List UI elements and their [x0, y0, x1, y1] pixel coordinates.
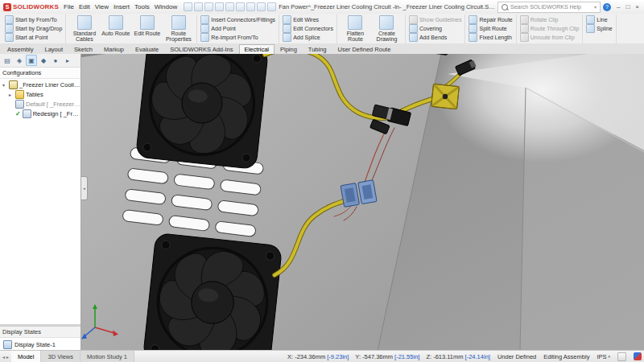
file-properties-icon[interactable]: [257, 2, 266, 11]
rebuild-icon[interactable]: [246, 2, 255, 11]
edit-wires-button[interactable]: Edit Wires: [283, 15, 333, 23]
insert-connectors-fittings-button[interactable]: Insert Connectors/Fittings: [200, 15, 275, 23]
create-drawing-icon: [379, 15, 394, 30]
edit-connectors-icon: [283, 24, 291, 33]
ribbon-group-1: Standard CablesAuto RouteEdit RouteRoute…: [66, 14, 197, 44]
quick-tips-icon[interactable]: [634, 352, 642, 360]
ribbon-tab-sketch[interactable]: Sketch: [68, 44, 98, 54]
tab-prev-icon: ◂: [2, 354, 5, 360]
options-icon[interactable]: [267, 2, 276, 11]
menu-insert[interactable]: Insert: [111, 3, 132, 10]
dimxpert-icon[interactable]: ◆: [38, 55, 49, 66]
line-button[interactable]: Line: [586, 15, 612, 23]
mounting-plate[interactable]: [431, 84, 460, 109]
graphics-viewport[interactable]: ◂: [81, 54, 644, 351]
doc-tab-motion-study-1[interactable]: Motion Study 1: [80, 351, 134, 362]
fixed-length-button[interactable]: Fixed Length: [469, 33, 512, 41]
re-import-from-to-button[interactable]: Re-import From/To: [200, 33, 275, 41]
redo-icon[interactable]: [236, 2, 245, 11]
tree-caret-icon[interactable]: ▾: [2, 82, 7, 88]
panel-collapse-handle[interactable]: ◂: [81, 176, 88, 200]
configurations-header: Configurations: [0, 68, 80, 79]
maximize-button[interactable]: □: [625, 3, 630, 10]
ribbon-tab-markup[interactable]: Markup: [98, 44, 130, 54]
edit-connectors-button[interactable]: Edit Connectors: [283, 24, 333, 32]
add-bends-button[interactable]: Add Bends: [409, 33, 462, 41]
minimize-button[interactable]: –: [617, 3, 620, 10]
tree-caret-icon[interactable]: ▸: [9, 92, 14, 97]
flatten-route-button[interactable]: Flatten Route: [341, 15, 370, 42]
cooling-fan-top[interactable]: [136, 54, 269, 169]
spline-button[interactable]: Spline: [586, 24, 612, 32]
search-box[interactable]: Search SOLIDWORKS Help ▾: [497, 2, 601, 13]
start-at-point-button[interactable]: Start at Point: [5, 33, 62, 41]
menu-window[interactable]: Window: [152, 3, 180, 10]
ribbon-tab-tubing[interactable]: Tubing: [303, 44, 332, 54]
start-by-drag-drop-button[interactable]: Start by Drag/Drop: [5, 24, 62, 32]
property-manager-icon[interactable]: ◈: [14, 55, 25, 66]
tree-item-3[interactable]: ✓Redesign [ _Freezer Liner C...: [0, 109, 80, 118]
covering-button[interactable]: Covering: [409, 24, 462, 32]
ribbon-group-7: Rotate ClipRoute Through ClipUnroute fro…: [517, 14, 584, 44]
ribbon-tab-assembly[interactable]: Assembly: [2, 44, 39, 54]
start-by-from-to-icon: [5, 15, 14, 24]
ribbon-tab-piping[interactable]: Piping: [275, 44, 303, 54]
menu-view[interactable]: View: [93, 3, 111, 10]
edit-wires-icon: [283, 15, 291, 24]
add-splice-button[interactable]: Add Splice: [283, 33, 333, 41]
tree-item-1[interactable]: ▸Tables: [0, 89, 80, 99]
spline-icon: [586, 24, 595, 33]
add-point-icon: [200, 24, 209, 33]
tree-item-0[interactable]: ▾_Freezer Liner Cooling Circuit Config..…: [0, 80, 80, 89]
edit-route-button[interactable]: Edit Route: [132, 15, 162, 36]
display-manager-icon[interactable]: ●: [50, 55, 61, 66]
rotate-clip-button: Rotate Clip: [520, 15, 580, 23]
undo-icon[interactable]: [225, 2, 234, 11]
panel-flyout-icon[interactable]: ▸: [62, 55, 73, 66]
display-state-icon: [3, 340, 12, 349]
auto-route-icon: [109, 15, 123, 30]
ribbon-tab-solidworks-add-ins[interactable]: SOLIDWORKS Add-Ins: [164, 44, 238, 54]
search-caret-icon[interactable]: ▾: [594, 4, 597, 10]
start-by-from-to-button[interactable]: Start by From/To: [5, 15, 62, 23]
display-state-item[interactable]: Display State-1: [0, 338, 80, 351]
save-icon[interactable]: [204, 2, 213, 11]
route-through-clip-button: Route Through Clip: [520, 24, 580, 32]
units-selector[interactable]: IPS ▾: [597, 353, 610, 360]
create-drawing-button[interactable]: Create Drawing: [372, 15, 402, 42]
ribbon-tab-user-defined-route[interactable]: User Defined Route: [332, 44, 397, 54]
edit-route-icon: [140, 15, 155, 30]
doc-tab-model[interactable]: Model: [11, 351, 41, 362]
repair-route-button[interactable]: Repair Route: [469, 15, 512, 23]
help-icon[interactable]: ?: [603, 3, 611, 11]
route-through-clip-icon: [520, 24, 529, 33]
covering-icon: [409, 24, 418, 33]
configuration-manager-icon[interactable]: ▣: [26, 55, 37, 66]
feature-tree-icon[interactable]: ▤: [2, 55, 13, 66]
3d-scene[interactable]: [81, 54, 644, 351]
route-properties-button[interactable]: Route Properties: [163, 15, 193, 42]
ribbon-tab-electrical[interactable]: Electrical: [239, 44, 275, 54]
cooling-fan-bottom[interactable]: [142, 232, 282, 351]
menu-tools[interactable]: Tools: [132, 3, 152, 10]
status-options-icon[interactable]: [617, 352, 626, 361]
tree-item-2[interactable]: Default [ _Freezer Liner Coo...: [0, 99, 80, 109]
split-route-button[interactable]: Split Route: [469, 24, 512, 32]
menu-file[interactable]: File: [61, 3, 76, 10]
open-icon[interactable]: [194, 2, 203, 11]
auto-route-button[interactable]: Auto Route: [101, 15, 130, 36]
print-icon[interactable]: [215, 2, 224, 11]
new-doc-icon[interactable]: [184, 2, 192, 11]
close-button[interactable]: ×: [635, 3, 639, 10]
add-point-button[interactable]: Add Point: [200, 24, 275, 32]
ribbon-tab-evaluate[interactable]: Evaluate: [130, 44, 164, 54]
menu-edit[interactable]: Edit: [76, 3, 93, 10]
rotate-clip-icon: [520, 15, 529, 24]
ribbon-tab-layout[interactable]: Layout: [39, 44, 69, 54]
ribbon-group-6: Repair RouteSplit RouteFixed Length: [465, 14, 516, 44]
standard-cables-button[interactable]: Standard Cables: [69, 15, 99, 42]
doc-tab-3d-views[interactable]: 3D Views: [41, 351, 80, 362]
constraint-state: Under Defined: [497, 353, 536, 360]
line-icon: [586, 15, 595, 24]
doc-tab-nav[interactable]: ◂▸: [0, 354, 11, 360]
